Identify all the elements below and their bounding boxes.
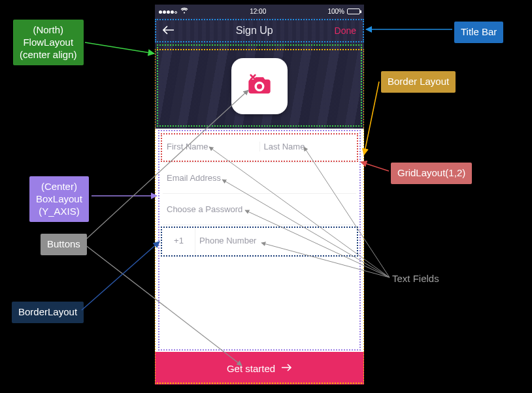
password-field[interactable]: Choose a Password [163, 194, 356, 225]
get-started-button[interactable]: Get started [155, 352, 364, 385]
phone-row: +1 Phone Number [163, 225, 356, 257]
signal-dots-icon [159, 8, 178, 15]
battery-icon [347, 8, 360, 14]
page-title: Sign Up [236, 25, 273, 37]
country-code-picker[interactable]: +1 [163, 225, 195, 256]
back-arrow-icon[interactable] [163, 24, 175, 38]
status-bar: 12:00 100% [155, 5, 364, 18]
wifi-icon [180, 7, 188, 15]
battery-percent: 100% [327, 8, 344, 15]
cta-label: Get started [227, 363, 275, 374]
label-titlebar: Title Bar [454, 22, 503, 43]
signup-form: First Name Last Name Email Address Choos… [155, 129, 364, 257]
label-borderlayout-right: Border Layout [381, 71, 456, 93]
title-bar: Sign Up Done [155, 18, 364, 44]
name-row: First Name Last Name [163, 131, 356, 163]
email-field[interactable]: Email Address [163, 163, 356, 194]
done-button[interactable]: Done [335, 25, 356, 36]
label-gridlayout: GridLayout(1,2) [391, 163, 472, 184]
svg-line-5 [82, 242, 159, 310]
label-borderlayout-left: BorderLayout [12, 302, 84, 323]
label-flowlayout: (North) FlowLayout (center align) [13, 20, 84, 65]
svg-line-1 [85, 42, 154, 54]
first-name-field[interactable]: First Name [163, 142, 260, 151]
svg-line-7 [364, 82, 379, 155]
svg-point-0 [257, 84, 262, 89]
phone-field[interactable]: Phone Number [195, 236, 356, 245]
label-buttons: Buttons [41, 234, 87, 255]
status-time: 12:00 [250, 8, 266, 15]
svg-line-8 [361, 162, 389, 171]
photo-button[interactable] [231, 58, 288, 114]
label-textfields: Text Fields [392, 273, 439, 284]
last-name-field[interactable]: Last Name [260, 142, 357, 151]
hero-area [155, 44, 364, 129]
camera-icon [246, 72, 273, 101]
phone-mockup: 12:00 100% Sign Up Done First Name Last … [155, 5, 364, 385]
label-boxlayout: (Center) BoxLayout (Y_AXIS) [29, 176, 89, 222]
arrow-right-icon [282, 362, 292, 374]
